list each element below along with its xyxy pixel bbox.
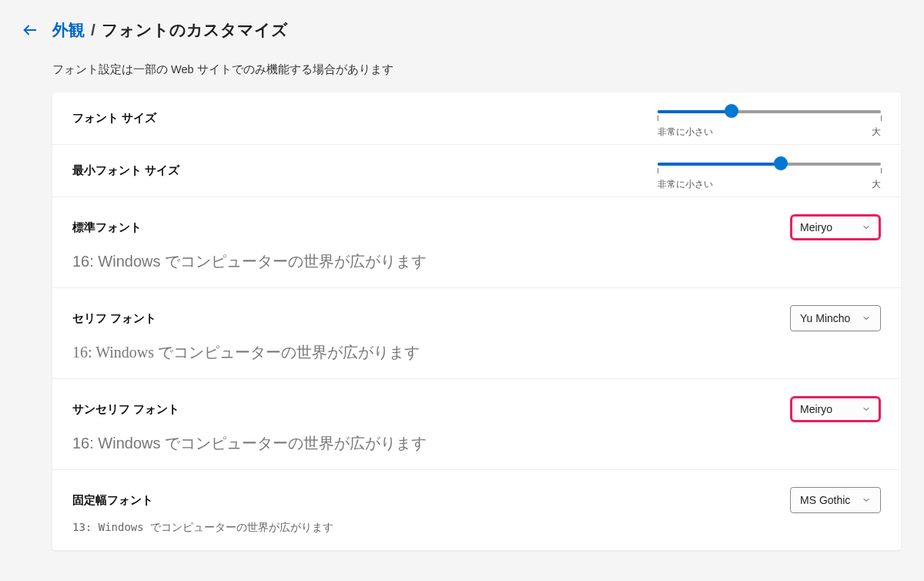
sans-font-sample: 16: Windows でコンピューターの世界が広がります (72, 433, 881, 454)
page-header: 外観 / フォントのカスタマイズ (0, 19, 924, 41)
slider-max-label: 大 (872, 178, 881, 191)
min-font-size-slider[interactable]: 非常に小さい 大 (658, 147, 881, 195)
chevron-down-icon (862, 495, 871, 505)
breadcrumb-current: フォントのカスタマイズ (102, 19, 288, 41)
font-size-label: フォント サイズ (72, 111, 156, 126)
sans-font-label: サンセリフ フォント (72, 402, 179, 417)
slider-min-label: 非常に小さい (658, 178, 713, 191)
dropdown-value: Meiryo (800, 221, 832, 233)
breadcrumb: 外観 / フォントのカスタマイズ (52, 19, 288, 41)
dropdown-value: Meiryo (800, 403, 832, 415)
font-size-row: フォント サイズ 非常に小さい 大 (52, 92, 901, 145)
dropdown-value: MS Gothic (800, 494, 850, 506)
min-font-size-label: 最小フォント サイズ (72, 163, 179, 178)
standard-font-sample: 16: Windows でコンピューターの世界が広がります (72, 251, 881, 272)
slider-max-label: 大 (872, 126, 881, 139)
fixed-font-dropdown[interactable]: MS Gothic (790, 487, 881, 513)
fixed-font-row: 固定幅フォント MS Gothic 13: Windows でコンピューターの世… (52, 470, 901, 550)
back-arrow-icon[interactable] (22, 22, 38, 39)
page-description: フォント設定は一部の Web サイトでのみ機能する場合があります (0, 62, 924, 77)
slider-min-label: 非常に小さい (658, 126, 713, 139)
sans-font-dropdown[interactable]: Meiryo (790, 396, 881, 422)
serif-font-dropdown[interactable]: Yu Mincho (790, 305, 881, 331)
chevron-down-icon (862, 405, 871, 414)
breadcrumb-separator: / (91, 21, 95, 39)
fixed-font-label: 固定幅フォント (72, 493, 153, 508)
chevron-down-icon (862, 314, 871, 323)
standard-font-label: 標準フォント (72, 220, 142, 235)
font-size-slider[interactable]: 非常に小さい 大 (658, 95, 881, 143)
settings-panel: フォント サイズ 非常に小さい 大 最小フォント サイズ (52, 92, 901, 550)
chevron-down-icon (862, 223, 871, 232)
breadcrumb-parent[interactable]: 外観 (52, 19, 85, 41)
fixed-font-sample: 13: Windows でコンピューターの世界が広がります (72, 521, 881, 535)
standard-font-dropdown[interactable]: Meiryo (790, 214, 881, 240)
sans-font-row: サンセリフ フォント Meiryo 16: Windows でコンピューターの世… (52, 379, 901, 470)
dropdown-value: Yu Mincho (800, 312, 850, 324)
serif-font-row: セリフ フォント Yu Mincho 16: Windows でコンピューターの… (52, 288, 901, 379)
standard-font-row: 標準フォント Meiryo 16: Windows でコンピューターの世界が広が… (52, 197, 901, 288)
serif-font-label: セリフ フォント (72, 311, 156, 326)
min-font-size-row: 最小フォント サイズ 非常に小さい 大 (52, 145, 901, 197)
serif-font-sample: 16: Windows でコンピューターの世界が広がります (72, 342, 881, 363)
